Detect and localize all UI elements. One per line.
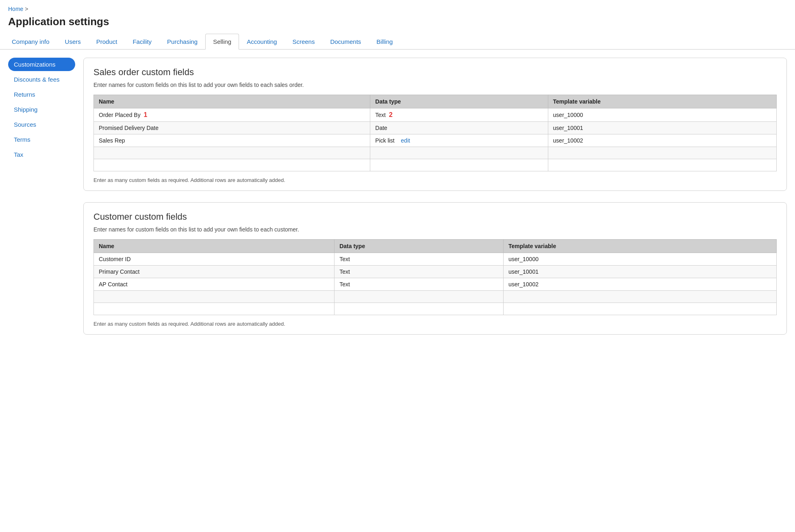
cell-name[interactable]: Sales Rep [94, 134, 370, 147]
sidebar-item-discounts-fees[interactable]: Discounts & fees [8, 73, 75, 86]
sidebar-item-terms[interactable]: Terms [8, 133, 75, 146]
cell-name-empty[interactable] [94, 291, 335, 303]
tab-facility[interactable]: Facility [125, 34, 159, 49]
badge-2: 2 [389, 111, 393, 118]
cell-templatevar: user_10001 [548, 122, 776, 134]
cell-datatype[interactable]: Text [335, 266, 504, 278]
table-row: Order Placed By 1 Text 2 user_10000 [94, 108, 777, 122]
tab-documents[interactable]: Documents [322, 34, 369, 49]
tab-selling[interactable]: Selling [205, 34, 239, 50]
cell-name[interactable]: AP Contact [94, 278, 335, 291]
content-area: Sales order custom fields Enter names fo… [79, 58, 791, 346]
col-datatype-header: Data type [335, 240, 504, 253]
customer-footer: Enter as many custom fields as required.… [93, 321, 777, 327]
sidebar: Customizations Discounts & fees Returns … [4, 58, 79, 346]
cell-templatevar-empty [548, 159, 776, 171]
sidebar-item-customizations[interactable]: Customizations [8, 58, 75, 71]
top-tabs: Company info Users Product Facility Purc… [0, 34, 795, 50]
tab-users[interactable]: Users [57, 34, 89, 49]
cell-datatype[interactable]: Text 2 [370, 108, 548, 122]
table-row: Sales Rep Pick list edit user_10002 [94, 134, 777, 147]
cell-name-empty[interactable] [94, 147, 370, 159]
cell-datatype[interactable]: Date [370, 122, 548, 134]
cell-templatevar-empty [504, 303, 777, 315]
table-row [94, 303, 777, 315]
table-row [94, 291, 777, 303]
col-templatevar-header: Template variable [504, 240, 777, 253]
edit-picklist-link[interactable]: edit [401, 137, 410, 144]
cell-name[interactable]: Customer ID [94, 253, 335, 266]
sales-order-title: Sales order custom fields [93, 67, 777, 78]
customer-desc: Enter names for custom fields on this li… [93, 226, 777, 233]
cell-templatevar: user_10000 [504, 253, 777, 266]
cell-datatype-empty[interactable] [335, 303, 504, 315]
tab-billing[interactable]: Billing [369, 34, 400, 49]
sidebar-item-returns[interactable]: Returns [8, 88, 75, 101]
cell-datatype[interactable]: Text [335, 253, 504, 266]
main-layout: Customizations Discounts & fees Returns … [0, 50, 795, 354]
sales-order-table: Name Data type Template variable Order P… [93, 95, 777, 171]
sales-order-section: Sales order custom fields Enter names fo… [83, 58, 787, 191]
breadcrumb: Home > [0, 0, 795, 14]
cell-templatevar: user_10000 [548, 108, 776, 122]
cell-datatype[interactable]: Text [335, 278, 504, 291]
sales-order-footer: Enter as many custom fields as required.… [93, 177, 777, 183]
tab-product[interactable]: Product [89, 34, 125, 49]
table-row: Primary Contact Text user_10001 [94, 266, 777, 278]
table-row [94, 159, 777, 171]
cell-name[interactable]: Promised Delivery Date [94, 122, 370, 134]
cell-templatevar-empty [548, 147, 776, 159]
col-templatevar-header: Template variable [548, 95, 776, 108]
customer-table: Name Data type Template variable Custome… [93, 239, 777, 315]
cell-templatevar: user_10002 [548, 134, 776, 147]
cell-name-empty[interactable] [94, 159, 370, 171]
col-name-header: Name [94, 240, 335, 253]
table-row: Promised Delivery Date Date user_10001 [94, 122, 777, 134]
breadcrumb-home[interactable]: Home [8, 6, 23, 12]
cell-datatype-empty[interactable] [370, 147, 548, 159]
tab-accounting[interactable]: Accounting [239, 34, 285, 49]
table-row [94, 147, 777, 159]
cell-templatevar-empty [504, 291, 777, 303]
sidebar-item-sources[interactable]: Sources [8, 118, 75, 131]
cell-name[interactable]: Primary Contact [94, 266, 335, 278]
cell-templatevar: user_10002 [504, 278, 777, 291]
breadcrumb-separator: > [25, 6, 28, 12]
customer-section: Customer custom fields Enter names for c… [83, 202, 787, 335]
cell-datatype-empty[interactable] [335, 291, 504, 303]
sidebar-item-shipping[interactable]: Shipping [8, 103, 75, 116]
col-name-header: Name [94, 95, 370, 108]
tab-screens[interactable]: Screens [285, 34, 322, 49]
cell-name-empty[interactable] [94, 303, 335, 315]
col-datatype-header: Data type [370, 95, 548, 108]
page-title: Application settings [0, 14, 795, 34]
table-row: Customer ID Text user_10000 [94, 253, 777, 266]
sidebar-item-tax[interactable]: Tax [8, 148, 75, 161]
table-row: AP Contact Text user_10002 [94, 278, 777, 291]
sales-order-desc: Enter names for custom fields on this li… [93, 82, 777, 88]
cell-templatevar: user_10001 [504, 266, 777, 278]
cell-datatype[interactable]: Pick list edit [370, 134, 548, 147]
badge-1: 1 [144, 111, 148, 118]
tab-purchasing[interactable]: Purchasing [159, 34, 205, 49]
cell-datatype-empty[interactable] [370, 159, 548, 171]
customer-title: Customer custom fields [93, 212, 777, 222]
tab-company-info[interactable]: Company info [4, 34, 57, 49]
cell-name[interactable]: Order Placed By 1 [94, 108, 370, 122]
